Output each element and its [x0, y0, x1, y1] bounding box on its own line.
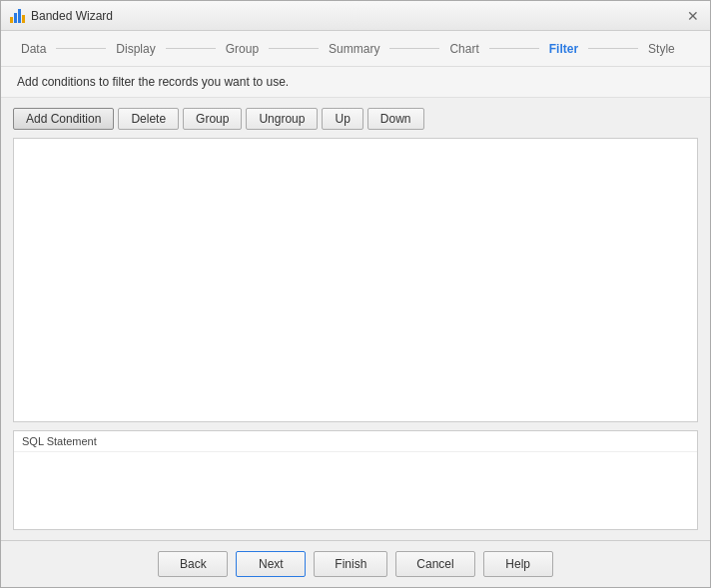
app-icon: [9, 8, 25, 24]
sql-content[interactable]: [14, 452, 697, 529]
nav-item-summary[interactable]: Summary: [325, 42, 383, 56]
help-button[interactable]: Help: [483, 551, 553, 577]
nav-separator-6: [588, 48, 638, 49]
title-bar: Banded Wizard ✕: [1, 1, 710, 31]
window-title: Banded Wizard: [31, 9, 684, 23]
down-button[interactable]: Down: [367, 108, 424, 130]
add-condition-button[interactable]: Add Condition: [13, 108, 114, 130]
nav-item-filter[interactable]: Filter: [545, 42, 582, 56]
group-button[interactable]: Group: [183, 108, 242, 130]
close-button[interactable]: ✕: [684, 7, 702, 25]
nav-separator-5: [489, 48, 539, 49]
window: Banded Wizard ✕ Data Display Group Summa…: [0, 0, 711, 588]
conditions-panel: [13, 138, 698, 422]
up-button[interactable]: Up: [322, 108, 362, 130]
nav-separator-1: [56, 48, 106, 49]
nav-separator-4: [389, 48, 439, 49]
sql-label: SQL Statement: [14, 431, 697, 452]
nav-bar: Data Display Group Summary Chart Filter …: [1, 31, 710, 67]
nav-item-chart[interactable]: Chart: [445, 42, 482, 56]
nav-separator-2: [166, 48, 216, 49]
ungroup-button[interactable]: Ungroup: [246, 108, 318, 130]
description-bar: Add conditions to filter the records you…: [1, 67, 710, 98]
main-content: Add Condition Delete Group Ungroup Up Do…: [1, 98, 710, 540]
next-button[interactable]: Next: [236, 551, 306, 577]
delete-button[interactable]: Delete: [118, 108, 179, 130]
footer: Back Next Finish Cancel Help: [1, 540, 710, 587]
back-button[interactable]: Back: [158, 551, 228, 577]
nav-item-style[interactable]: Style: [644, 42, 679, 56]
toolbar: Add Condition Delete Group Ungroup Up Do…: [13, 108, 698, 130]
finish-button[interactable]: Finish: [314, 551, 387, 577]
nav-item-display[interactable]: Display: [112, 42, 159, 56]
sql-panel: SQL Statement: [13, 430, 698, 530]
nav-item-group[interactable]: Group: [222, 42, 263, 56]
nav-item-data[interactable]: Data: [17, 42, 50, 56]
cancel-button[interactable]: Cancel: [395, 551, 474, 577]
description-text: Add conditions to filter the records you…: [17, 75, 289, 89]
nav-separator-3: [269, 48, 319, 49]
